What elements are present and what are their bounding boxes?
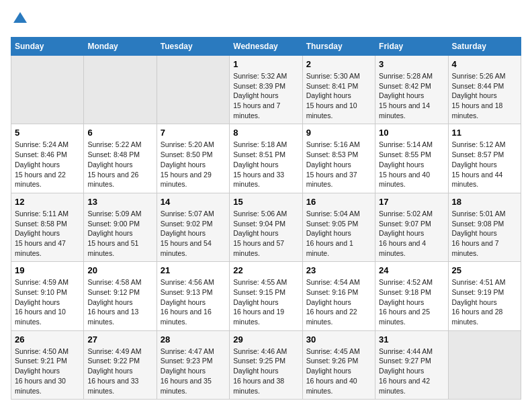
day-number: 26: [15, 334, 80, 345]
calendar-cell: 7Sunrise: 5:20 AMSunset: 8:50 PMDaylight…: [157, 124, 229, 193]
calendar-cell: 21Sunrise: 4:56 AMSunset: 9:13 PMDayligh…: [157, 262, 229, 330]
day-number: 19: [15, 265, 80, 275]
day-info: Sunrise: 4:59 AMSunset: 9:10 PMDaylight …: [15, 277, 80, 326]
day-number: 1: [233, 59, 298, 69]
day-info: Sunrise: 5:06 AMSunset: 9:04 PMDaylight …: [233, 209, 298, 258]
day-number: 25: [452, 265, 517, 275]
calendar-cell: 15Sunrise: 5:06 AMSunset: 9:04 PMDayligh…: [230, 193, 302, 261]
calendar-cell: 27Sunrise: 4:49 AMSunset: 9:22 PMDayligh…: [84, 330, 157, 399]
calendar-header: SundayMondayTuesdayWednesdayThursdayFrid…: [11, 38, 521, 56]
calendar-cell: [157, 56, 229, 124]
day-number: 23: [306, 265, 371, 275]
day-number: 10: [379, 128, 444, 138]
calendar-cell: 30Sunrise: 4:45 AMSunset: 9:26 PMDayligh…: [302, 330, 375, 399]
day-number: 18: [452, 197, 517, 207]
calendar-cell: 28Sunrise: 4:47 AMSunset: 9:23 PMDayligh…: [157, 330, 229, 399]
day-number: 14: [161, 197, 226, 207]
day-info: Sunrise: 5:24 AMSunset: 8:46 PMDaylight …: [15, 140, 80, 189]
day-info: Sunrise: 5:09 AMSunset: 9:00 PMDaylight …: [87, 209, 152, 258]
day-info: Sunrise: 5:28 AMSunset: 8:42 PMDaylight …: [379, 71, 444, 120]
svg-marker-0: [13, 12, 27, 23]
calendar-cell: 1Sunrise: 5:32 AMSunset: 8:39 PMDaylight…: [230, 56, 302, 124]
calendar-cell: 6Sunrise: 5:22 AMSunset: 8:48 PMDaylight…: [84, 124, 157, 193]
day-number: 22: [233, 265, 298, 275]
day-info: Sunrise: 5:01 AMSunset: 9:08 PMDaylight …: [452, 209, 517, 258]
day-number: 3: [379, 59, 444, 69]
calendar-cell: [448, 330, 521, 399]
day-number: 20: [87, 265, 152, 275]
calendar-cell: 29Sunrise: 4:46 AMSunset: 9:25 PMDayligh…: [230, 330, 302, 399]
col-header-sunday: Sunday: [11, 38, 84, 56]
day-number: 28: [161, 334, 226, 345]
calendar-cell: 18Sunrise: 5:01 AMSunset: 9:08 PMDayligh…: [448, 193, 521, 261]
calendar-cell: 3Sunrise: 5:28 AMSunset: 8:42 PMDaylight…: [375, 56, 448, 124]
calendar-cell: 14Sunrise: 5:07 AMSunset: 9:02 PMDayligh…: [157, 193, 229, 261]
day-info: Sunrise: 5:02 AMSunset: 9:07 PMDaylight …: [379, 209, 444, 258]
calendar-cell: 13Sunrise: 5:09 AMSunset: 9:00 PMDayligh…: [84, 193, 157, 261]
calendar-cell: 10Sunrise: 5:14 AMSunset: 8:55 PMDayligh…: [375, 124, 448, 193]
day-number: 4: [452, 59, 517, 69]
calendar-cell: 11Sunrise: 5:12 AMSunset: 8:57 PMDayligh…: [448, 124, 521, 193]
day-number: 9: [306, 128, 371, 138]
calendar-cell: 22Sunrise: 4:55 AMSunset: 9:15 PMDayligh…: [230, 262, 302, 330]
day-number: 6: [87, 128, 152, 138]
day-info: Sunrise: 5:14 AMSunset: 8:55 PMDaylight …: [379, 140, 444, 189]
calendar-cell: 2Sunrise: 5:30 AMSunset: 8:41 PMDaylight…: [302, 56, 375, 124]
day-number: 24: [379, 265, 444, 275]
calendar-cell: 25Sunrise: 4:51 AMSunset: 9:19 PMDayligh…: [448, 262, 521, 330]
calendar-cell: 20Sunrise: 4:58 AMSunset: 9:12 PMDayligh…: [84, 262, 157, 330]
header: [11, 11, 521, 30]
day-info: Sunrise: 5:20 AMSunset: 8:50 PMDaylight …: [161, 140, 226, 189]
day-info: Sunrise: 5:26 AMSunset: 8:44 PMDaylight …: [452, 71, 517, 120]
calendar-cell: 17Sunrise: 5:02 AMSunset: 9:07 PMDayligh…: [375, 193, 448, 261]
day-info: Sunrise: 5:16 AMSunset: 8:53 PMDaylight …: [306, 140, 371, 189]
col-header-monday: Monday: [84, 38, 157, 56]
day-number: 29: [233, 334, 298, 345]
calendar-cell: 16Sunrise: 5:04 AMSunset: 9:05 PMDayligh…: [302, 193, 375, 261]
day-number: 12: [15, 197, 80, 207]
day-info: Sunrise: 4:45 AMSunset: 9:26 PMDaylight …: [306, 347, 371, 396]
day-number: 30: [306, 334, 371, 345]
day-number: 7: [161, 128, 226, 138]
day-number: 15: [233, 197, 298, 207]
calendar-cell: 19Sunrise: 4:59 AMSunset: 9:10 PMDayligh…: [11, 262, 84, 330]
col-header-saturday: Saturday: [448, 38, 521, 56]
calendar-cell: 31Sunrise: 4:44 AMSunset: 9:27 PMDayligh…: [375, 330, 448, 399]
calendar-cell: [84, 56, 157, 124]
day-info: Sunrise: 4:52 AMSunset: 9:18 PMDaylight …: [379, 277, 444, 326]
calendar-cell: 4Sunrise: 5:26 AMSunset: 8:44 PMDaylight…: [448, 56, 521, 124]
col-header-wednesday: Wednesday: [230, 38, 302, 56]
col-header-tuesday: Tuesday: [157, 38, 229, 56]
day-info: Sunrise: 4:50 AMSunset: 9:21 PMDaylight …: [15, 347, 80, 396]
day-info: Sunrise: 4:56 AMSunset: 9:13 PMDaylight …: [161, 277, 226, 326]
day-info: Sunrise: 4:46 AMSunset: 9:25 PMDaylight …: [233, 347, 298, 396]
day-info: Sunrise: 5:22 AMSunset: 8:48 PMDaylight …: [87, 140, 152, 189]
day-info: Sunrise: 4:49 AMSunset: 9:22 PMDaylight …: [87, 347, 152, 396]
calendar-cell: 5Sunrise: 5:24 AMSunset: 8:46 PMDaylight…: [11, 124, 84, 193]
day-info: Sunrise: 4:44 AMSunset: 9:27 PMDaylight …: [379, 347, 444, 396]
day-info: Sunrise: 4:47 AMSunset: 9:23 PMDaylight …: [161, 347, 226, 396]
day-info: Sunrise: 4:58 AMSunset: 9:12 PMDaylight …: [87, 277, 152, 326]
day-number: 21: [161, 265, 226, 275]
calendar-cell: 23Sunrise: 4:54 AMSunset: 9:16 PMDayligh…: [302, 262, 375, 330]
calendar-cell: 9Sunrise: 5:16 AMSunset: 8:53 PMDaylight…: [302, 124, 375, 193]
calendar-cell: 24Sunrise: 4:52 AMSunset: 9:18 PMDayligh…: [375, 262, 448, 330]
day-info: Sunrise: 5:07 AMSunset: 9:02 PMDaylight …: [161, 209, 226, 258]
calendar-table: SundayMondayTuesdayWednesdayThursdayFrid…: [11, 37, 521, 400]
day-number: 27: [87, 334, 152, 345]
day-number: 13: [87, 197, 152, 207]
calendar-cell: 8Sunrise: 5:18 AMSunset: 8:51 PMDaylight…: [230, 124, 302, 193]
day-number: 16: [306, 197, 371, 207]
day-info: Sunrise: 4:51 AMSunset: 9:19 PMDaylight …: [452, 277, 517, 326]
day-number: 11: [452, 128, 517, 138]
logo-icon: [12, 11, 28, 27]
day-number: 8: [233, 128, 298, 138]
day-info: Sunrise: 5:18 AMSunset: 8:51 PMDaylight …: [233, 140, 298, 189]
col-header-thursday: Thursday: [302, 38, 375, 56]
calendar-cell: 12Sunrise: 5:11 AMSunset: 8:58 PMDayligh…: [11, 193, 84, 261]
calendar-cell: [11, 56, 84, 124]
col-header-friday: Friday: [375, 38, 448, 56]
day-number: 17: [379, 197, 444, 207]
day-number: 31: [379, 334, 444, 345]
day-info: Sunrise: 5:11 AMSunset: 8:58 PMDaylight …: [15, 209, 80, 258]
